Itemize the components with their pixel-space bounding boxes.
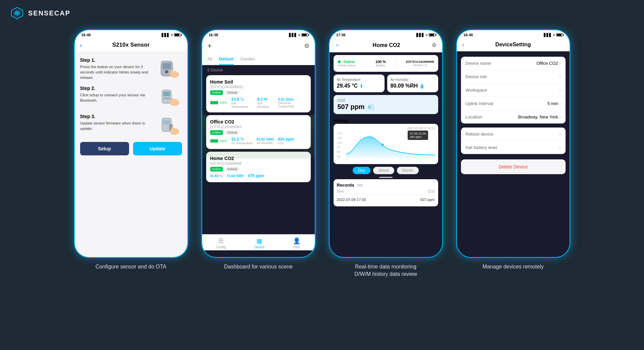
setting-label-uplink: Uplink Interval: [466, 101, 493, 106]
plus-icon[interactable]: +: [208, 42, 212, 50]
tabbar-device[interactable]: ▦ Device: [254, 237, 265, 249]
phone1-content: Step 1. Press the button on your device …: [75, 52, 187, 258]
d3-metric1: 31.83 °c: [210, 174, 223, 178]
phone1-status-bar: 16:40 ▋▋▋ ▿: [75, 30, 187, 38]
battery-item: 100 % Battery: [375, 60, 386, 67]
co2-icon: 💨: [367, 103, 375, 111]
phone3-caption: Real-time data monitoring D/W/M history …: [354, 263, 417, 278]
d3-metric2: 72.64 %RH: [227, 174, 244, 178]
device-icon: ▦: [256, 237, 262, 245]
header: SENSECAP: [0, 0, 644, 26]
tabbar-user[interactable]: 👤 User: [293, 237, 300, 249]
tab-day[interactable]: Day: [353, 167, 370, 174]
tabbar-device-label: Device: [254, 245, 265, 249]
battery-icon: [174, 33, 181, 37]
sensecap-logo-icon: [10, 6, 24, 20]
time-tabs: Day Week Month: [330, 167, 442, 174]
phone4-caption: Manage devices remotely: [482, 263, 543, 270]
phone2-tabs: All Default Garden: [202, 54, 315, 65]
delete-device-button[interactable]: Delete Device: [461, 159, 566, 174]
back-button[interactable]: ‹: [80, 41, 82, 49]
tab-month[interactable]: Month: [397, 167, 419, 174]
chevron-icon: ›: [560, 74, 561, 79]
setting-device-name[interactable]: Device name Office CO2 ›: [461, 57, 566, 70]
device-card-2-wrapper: Office CO2 2CF7F1C141600063 Online Defau…: [202, 115, 315, 149]
tooltip-value: 483 ppm: [410, 135, 421, 139]
buttons-row: Setup Update: [80, 142, 182, 155]
env-data-row: Air Temperature 29.45 °C 🌡 Air Humidity …: [330, 74, 442, 92]
online-status-label: Online Status: [338, 64, 356, 67]
air-temp-value: 29.45 °C 🌡: [337, 83, 381, 89]
device3-metrics: 31.83 °c 72.64 %RH 475 ppm: [210, 173, 307, 178]
svg-rect-11: [163, 92, 170, 96]
back-button[interactable]: ‹: [462, 41, 464, 48]
d2-metric3: 424 ppm CO2: [278, 137, 294, 145]
online-badge3: Online: [210, 167, 223, 171]
online-label: Online: [343, 60, 355, 64]
air-temp-card: Air Temperature 29.45 °C 🌡: [334, 74, 385, 92]
setting-value-location: Broadway, New York ›: [518, 114, 561, 119]
svg-point-27: [382, 144, 384, 146]
metric1: 33.8 °c Soil Temperature: [231, 97, 253, 108]
humidity-icon: 💧: [419, 83, 425, 89]
settings-group-1: Device name Office CO2 › Device info › W…: [461, 57, 566, 123]
setting-uplink-interval[interactable]: Uplink Interval 5 min ›: [461, 97, 566, 110]
user-icon: 👤: [293, 237, 300, 245]
chevron-icon: ›: [560, 132, 561, 137]
gear-icon[interactable]: ⚙: [432, 42, 436, 48]
air-humidity-label: Air Humidity: [391, 78, 435, 82]
setting-location[interactable]: Location Broadway, New York ›: [461, 110, 566, 123]
battery-icon: [556, 33, 563, 37]
setting-value-uplink: 5 min ›: [547, 101, 561, 106]
step2-block: Step 2. Click setup to connect your sens…: [80, 86, 182, 109]
setting-reboot[interactable]: Reboot device ›: [461, 128, 566, 141]
tabbar-config[interactable]: ☰ Config: [216, 237, 226, 249]
config-icon: ☰: [218, 237, 224, 245]
air-temp-label: Air Temperature: [337, 78, 381, 82]
device-count: 6 Device: [202, 65, 315, 75]
setting-device-info[interactable]: Device info ›: [461, 70, 566, 84]
back-button[interactable]: ←: [335, 42, 341, 49]
settings-icon[interactable]: ⚙: [304, 42, 309, 50]
svg-text:1,500: 1,500: [337, 137, 342, 139]
d2-metric1: 33.2 °c Air Temperature: [231, 137, 253, 145]
setup-button[interactable]: Setup: [80, 142, 129, 155]
phone2-wrapper: 16:38 ▋▋▋ ▿ + ⚙ All Default Garden 6 Dev…: [201, 30, 315, 270]
tabbar-user-label: User: [293, 245, 300, 249]
phone4-wrapper: 16:40 ▋▋▋ ▿ ‹ DeviceSetting Device name …: [456, 30, 570, 270]
chevron-icon: ›: [560, 61, 561, 66]
signal-icon: ▋▋▋: [289, 33, 297, 37]
svg-text:1,200: 1,200: [337, 141, 342, 144]
phone2-caption: Dashboard for various scene: [224, 263, 293, 270]
battery2: 100%: [210, 139, 227, 143]
svg-rect-14: [171, 98, 174, 104]
step1-text: Step 1. Press the button on your device …: [80, 57, 155, 80]
brand-name: SENSECAP: [28, 9, 70, 17]
device2-name: Office CO2: [210, 119, 307, 124]
phone4-status-icons: ▋▋▋ ▿: [544, 33, 563, 37]
setting-workspace[interactable]: Workspace ›: [461, 84, 566, 97]
setting-label-battery: Get battery level: [466, 145, 497, 150]
tab-default[interactable]: Default: [219, 56, 234, 65]
tab-all[interactable]: All: [208, 56, 212, 65]
chart-timestamp: 2022-07-08 17:31:11: [336, 127, 435, 130]
phone3-nav: ← Home CO2 ⚙: [330, 38, 442, 52]
tab-week[interactable]: Week: [373, 167, 394, 174]
sensor-hand-icon-3: [159, 115, 181, 137]
step1-block: Step 1. Press the button on your device …: [80, 57, 182, 81]
update-button[interactable]: Update: [133, 142, 182, 155]
sensor-hand-icon-1: [159, 58, 181, 80]
co2-card: CO2 507 ppm 💨: [334, 95, 438, 114]
tab-garden[interactable]: Garden: [240, 56, 255, 65]
step1-title: Step 1.: [80, 57, 155, 63]
chevron-icon: ›: [560, 88, 561, 93]
svg-rect-4: [163, 63, 171, 69]
co2-chart: 2022-07-08 17:31:11 1,800 1,500 1,200 90…: [334, 124, 438, 164]
svg-rect-8: [174, 71, 176, 76]
step2-image: [159, 86, 182, 109]
device3-status: Online Default: [210, 167, 307, 171]
device1-status: Online Default: [210, 90, 307, 95]
default-badge: Default: [226, 90, 239, 95]
setting-battery[interactable]: Get battery level ›: [461, 141, 566, 154]
temp-icon: 🌡: [359, 83, 364, 89]
